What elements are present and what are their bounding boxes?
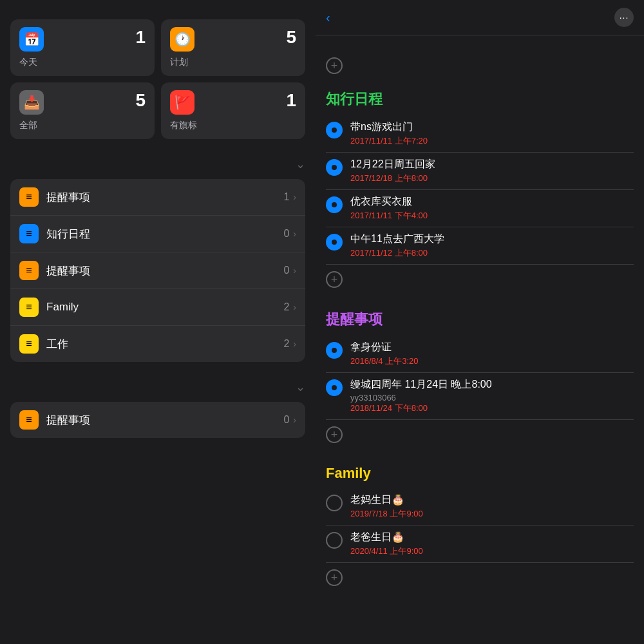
summary-card-all[interactable]: 📥 5 全部 [10,82,155,139]
reminder-date-zx1: 2017/11/11 上午7:20 [350,135,634,147]
reminder-date-fm1: 2019/7/18 上午9:00 [350,508,634,520]
local-section-header: ⌄ [10,375,305,399]
reminder-body-fm1: 老妈生日🎂 2019/7/18 上午9:00 [350,493,634,520]
more-button[interactable]: ··· [614,8,634,27]
reminder-sub-rm2: yy33103066 [350,393,634,402]
add-button-family[interactable]: + [326,569,343,586]
local-list: ≡ 提醒事项 0 › [10,402,305,438]
reminder-body-rm2: 缦城四周年 11月24日 晚上8:00 yy33103066 2018/11/2… [350,378,634,414]
section-reminders: 提醒事项 拿身份证 2016/8/4 上午3:20 缦城四周年 11月24日 晚… [326,301,634,450]
check-circle-zx2[interactable] [326,159,343,176]
reminder-item-rm2[interactable]: 缦城四周年 11月24日 晚上8:00 yy33103066 2018/11/2… [326,373,634,420]
card-count-plan: 5 [286,27,296,48]
reminder-title-zx1: 带ns游戏出门 [350,120,634,134]
card-count-today: 1 [135,27,146,48]
section-title-family: Family [326,456,634,488]
list-arrow-work: › [293,339,296,349]
reminder-title-fm2: 老爸生日🎂 [350,531,634,544]
reminder-date-zx2: 2017/12/18 上午8:00 [350,173,634,184]
card-label-plan: 计划 [170,57,296,68]
reminder-title-zx2: 12月22日周五回家 [350,158,634,171]
card-top: 🕐 5 [170,27,296,52]
reminder-item-zx4[interactable]: 中午11点去广西大学 2017/11/12 上午8:00 [326,227,634,265]
list-arrow-reminders1: › [293,192,296,202]
reminder-item-zx3[interactable]: 优衣库买衣服 2017/11/11 下午4:00 [326,190,634,227]
list-count-reminders1: 1 [283,191,289,203]
add-button-reminders[interactable]: + [326,426,343,443]
list-item-reminders2[interactable]: ≡ 提醒事项 0 › [10,252,305,289]
right-content: + 知行日程 带ns游戏出门 2017/11/11 上午7:20 12月22日周… [316,35,644,644]
add-row-zhixing: + [326,265,634,294]
reminder-title-zx4: 中午11点去广西大学 [350,232,634,246]
check-circle-zx3[interactable] [326,196,343,213]
reminder-body-zx2: 12月22日周五回家 2017/12/18 上午8:00 [350,158,634,184]
summary-card-today[interactable]: 📅 1 今天 [10,19,155,76]
check-circle-fm1[interactable] [326,495,343,511]
card-top: 📥 5 [19,90,146,115]
card-top: 🚩 1 [170,90,296,115]
section-zhixing: 知行日程 带ns游戏出门 2017/11/11 上午7:20 12月22日周五回… [326,80,634,294]
check-circle-zx1[interactable] [326,122,343,138]
right-sections: 知行日程 带ns游戏出门 2017/11/11 上午7:20 12月22日周五回… [326,80,634,592]
check-circle-rm2[interactable] [326,379,343,396]
reminder-date-rm2: 2018/11/24 下午8:00 [350,402,634,414]
section-family: Family 老妈生日🎂 2019/7/18 上午9:00 老爸生日🎂 2020… [326,456,634,592]
reminder-date-rm1: 2016/8/4 上午3:20 [350,355,634,367]
left-panel: 📅 1 今天 🕐 5 计划 📥 5 全部 🚩 1 有旗标 ⌄ [0,0,316,644]
icloud-section-header: ⌄ [10,152,305,176]
reminder-date-fm2: 2020/4/11 上午9:00 [350,545,634,557]
list-name-work: 工作 [46,337,283,352]
card-top: 📅 1 [19,27,146,52]
local-list-count-local-reminders: 0 [283,414,289,426]
card-icon-plan: 🕐 [170,27,194,52]
section-title-reminders: 提醒事项 [326,301,634,336]
list-name-reminders1: 提醒事项 [46,190,283,205]
section-title-zhixing: 知行日程 [326,80,634,115]
list-item-family[interactable]: ≡ Family 2 › [10,289,305,326]
reminder-title-rm1: 拿身份证 [350,341,634,354]
icloud-chevron[interactable]: ⌄ [296,157,305,171]
list-icon-reminders2: ≡ [19,261,39,280]
add-button-zhixing[interactable]: + [326,271,343,288]
back-chevron-icon: ‹ [326,10,330,25]
check-circle-zx4[interactable] [326,234,343,251]
summary-card-plan[interactable]: 🕐 5 计划 [161,19,305,76]
list-item-zhixing[interactable]: ≡ 知行日程 0 › [10,216,305,252]
list-item-work[interactable]: ≡ 工作 2 › [10,326,305,362]
list-arrow-zhixing: › [293,229,296,239]
card-label-flagged: 有旗标 [170,120,296,131]
reminder-body-zx1: 带ns游戏出门 2017/11/11 上午7:20 [350,120,634,147]
card-icon-today: 📅 [19,27,44,52]
local-list-item-local-reminders[interactable]: ≡ 提醒事项 0 › [10,402,305,438]
list-count-reminders2: 0 [283,265,289,276]
list-arrow-family: › [293,302,296,312]
reminder-title-zx3: 优衣库买衣服 [350,195,634,209]
local-list-name-local-reminders: 提醒事项 [46,413,283,428]
reminder-body-zx4: 中午11点去广西大学 2017/11/12 上午8:00 [350,232,634,259]
icloud-list: ≡ 提醒事项 1 › ≡ 知行日程 0 › ≡ 提醒事项 0 › ≡ Famil… [10,179,305,362]
reminder-item-zx2[interactable]: 12月22日周五回家 2017/12/18 上午8:00 [326,153,634,190]
list-icon-zhixing: ≡ [19,224,39,243]
top-add-button[interactable]: + [326,57,343,74]
reminder-item-fm1[interactable]: 老妈生日🎂 2019/7/18 上午9:00 [326,488,634,526]
list-item-reminders1[interactable]: ≡ 提醒事项 1 › [10,179,305,216]
card-count-flagged: 1 [286,90,296,111]
list-count-family: 2 [283,301,289,313]
card-label-today: 今天 [19,57,146,68]
right-header: ‹ ··· [316,0,644,35]
reminder-date-zx4: 2017/11/12 上午8:00 [350,247,634,259]
reminder-item-fm2[interactable]: 老爸生日🎂 2020/4/11 上午9:00 [326,526,634,563]
local-chevron[interactable]: ⌄ [296,380,305,394]
right-panel: ‹ ··· + 知行日程 带ns游戏出门 2017/11/11 上午7:20 1… [316,0,644,644]
card-icon-all: 📥 [19,90,44,115]
check-circle-fm2[interactable] [326,532,343,549]
check-circle-rm1[interactable] [326,342,343,359]
reminder-item-rm1[interactable]: 拿身份证 2016/8/4 上午3:20 [326,336,634,373]
back-button[interactable]: ‹ [326,10,332,25]
reminder-title-rm2: 缦城四周年 11月24日 晚上8:00 [350,378,634,392]
list-arrow-reminders2: › [293,265,296,276]
list-icon-work: ≡ [19,334,39,354]
card-count-all: 5 [135,90,146,111]
summary-card-flagged[interactable]: 🚩 1 有旗标 [161,82,305,139]
reminder-item-zx1[interactable]: 带ns游戏出门 2017/11/11 上午7:20 [326,115,634,153]
